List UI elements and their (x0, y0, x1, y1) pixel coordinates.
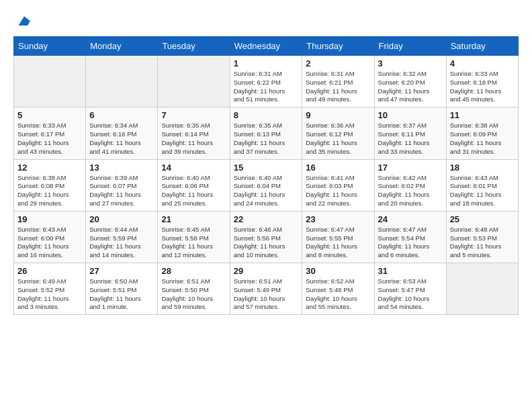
day-number: 19 (17, 214, 82, 224)
day-info: Sunrise: 6:35 AM Sunset: 6:13 PM Dayligh… (234, 122, 299, 156)
day-number: 8 (234, 110, 299, 120)
day-info: Sunrise: 6:36 AM Sunset: 6:12 PM Dayligh… (306, 122, 370, 156)
day-cell: 5Sunrise: 6:33 AM Sunset: 6:17 PM Daylig… (14, 107, 86, 159)
day-cell (446, 263, 518, 315)
day-cell: 7Sunrise: 6:35 AM Sunset: 6:14 PM Daylig… (158, 107, 230, 159)
day-cell: 19Sunrise: 6:43 AM Sunset: 6:00 PM Dayli… (14, 211, 86, 263)
day-info: Sunrise: 6:31 AM Sunset: 6:22 PM Dayligh… (234, 70, 299, 104)
day-cell: 3Sunrise: 6:32 AM Sunset: 6:20 PM Daylig… (374, 56, 446, 107)
day-info: Sunrise: 6:33 AM Sunset: 6:17 PM Dayligh… (17, 122, 82, 156)
day-cell: 2Sunrise: 6:31 AM Sunset: 6:21 PM Daylig… (302, 56, 374, 107)
day-info: Sunrise: 6:35 AM Sunset: 6:14 PM Dayligh… (161, 122, 226, 156)
day-number: 31 (378, 266, 443, 276)
day-number: 1 (234, 58, 299, 68)
day-cell: 11Sunrise: 6:38 AM Sunset: 6:09 PM Dayli… (446, 107, 518, 159)
day-cell: 28Sunrise: 6:51 AM Sunset: 5:50 PM Dayli… (158, 263, 230, 315)
day-number: 21 (161, 214, 226, 224)
day-info: Sunrise: 6:51 AM Sunset: 5:50 PM Dayligh… (161, 277, 226, 312)
calendar-table: SundayMondayTuesdayWednesdayThursdayFrid… (13, 36, 519, 315)
day-number: 11 (450, 110, 515, 120)
day-info: Sunrise: 6:51 AM Sunset: 5:49 PM Dayligh… (234, 277, 299, 312)
day-info: Sunrise: 6:48 AM Sunset: 5:53 PM Dayligh… (450, 226, 515, 260)
page: SundayMondayTuesdayWednesdayThursdayFrid… (0, 0, 532, 322)
day-info: Sunrise: 6:42 AM Sunset: 6:02 PM Dayligh… (378, 174, 443, 208)
day-number: 24 (378, 214, 443, 224)
day-cell: 22Sunrise: 6:46 AM Sunset: 5:56 PM Dayli… (230, 211, 302, 263)
day-number: 18 (450, 163, 515, 173)
day-number: 13 (89, 163, 154, 173)
day-number: 9 (306, 110, 370, 120)
day-cell: 30Sunrise: 6:52 AM Sunset: 5:48 PM Dayli… (302, 263, 374, 315)
day-number: 5 (17, 110, 82, 120)
day-cell: 18Sunrise: 6:43 AM Sunset: 6:01 PM Dayli… (446, 159, 518, 211)
header (13, 13, 519, 28)
day-number: 25 (450, 214, 515, 224)
weekday-header-wednesday: Wednesday (230, 37, 302, 56)
day-number: 20 (89, 214, 154, 224)
day-info: Sunrise: 6:38 AM Sunset: 6:08 PM Dayligh… (17, 174, 82, 208)
day-cell (86, 56, 158, 107)
day-info: Sunrise: 6:33 AM Sunset: 6:18 PM Dayligh… (450, 70, 515, 104)
day-number: 15 (234, 163, 299, 173)
weekday-header-saturday: Saturday (446, 37, 518, 56)
day-cell: 26Sunrise: 6:49 AM Sunset: 5:52 PM Dayli… (14, 263, 86, 315)
day-number: 30 (306, 266, 370, 276)
day-number: 6 (89, 110, 154, 120)
week-row-5: 26Sunrise: 6:49 AM Sunset: 5:52 PM Dayli… (14, 263, 519, 315)
logo (13, 13, 32, 28)
day-info: Sunrise: 6:44 AM Sunset: 5:59 PM Dayligh… (89, 226, 154, 260)
day-cell: 20Sunrise: 6:44 AM Sunset: 5:59 PM Dayli… (86, 211, 158, 263)
day-info: Sunrise: 6:40 AM Sunset: 6:06 PM Dayligh… (161, 174, 226, 208)
day-info: Sunrise: 6:43 AM Sunset: 6:00 PM Dayligh… (17, 226, 82, 260)
weekday-header-thursday: Thursday (302, 37, 374, 56)
day-cell: 4Sunrise: 6:33 AM Sunset: 6:18 PM Daylig… (446, 56, 518, 107)
day-info: Sunrise: 6:41 AM Sunset: 6:03 PM Dayligh… (306, 174, 370, 208)
day-info: Sunrise: 6:40 AM Sunset: 6:04 PM Dayligh… (234, 174, 299, 208)
day-cell: 9Sunrise: 6:36 AM Sunset: 6:12 PM Daylig… (302, 107, 374, 159)
day-number: 17 (378, 163, 443, 173)
week-row-3: 12Sunrise: 6:38 AM Sunset: 6:08 PM Dayli… (14, 159, 519, 211)
day-cell: 1Sunrise: 6:31 AM Sunset: 6:22 PM Daylig… (230, 56, 302, 107)
day-number: 26 (17, 266, 82, 276)
day-number: 7 (161, 110, 226, 120)
day-info: Sunrise: 6:53 AM Sunset: 5:47 PM Dayligh… (378, 277, 443, 312)
day-info: Sunrise: 6:46 AM Sunset: 5:56 PM Dayligh… (234, 226, 299, 260)
day-info: Sunrise: 6:37 AM Sunset: 6:11 PM Dayligh… (378, 122, 443, 156)
day-cell (158, 56, 230, 107)
weekday-header-friday: Friday (374, 37, 446, 56)
day-number: 4 (450, 58, 515, 68)
logo-icon (16, 13, 32, 30)
day-number: 22 (234, 214, 299, 224)
day-info: Sunrise: 6:32 AM Sunset: 6:20 PM Dayligh… (378, 70, 443, 104)
day-cell: 25Sunrise: 6:48 AM Sunset: 5:53 PM Dayli… (446, 211, 518, 263)
day-cell (14, 56, 86, 107)
weekday-header-tuesday: Tuesday (158, 37, 230, 56)
day-cell: 23Sunrise: 6:47 AM Sunset: 5:55 PM Dayli… (302, 211, 374, 263)
weekday-header-row: SundayMondayTuesdayWednesdayThursdayFrid… (14, 37, 519, 56)
day-info: Sunrise: 6:47 AM Sunset: 5:55 PM Dayligh… (306, 226, 370, 260)
day-number: 29 (234, 266, 299, 276)
day-cell: 17Sunrise: 6:42 AM Sunset: 6:02 PM Dayli… (374, 159, 446, 211)
day-info: Sunrise: 6:45 AM Sunset: 5:58 PM Dayligh… (161, 226, 226, 260)
week-row-2: 5Sunrise: 6:33 AM Sunset: 6:17 PM Daylig… (14, 107, 519, 159)
day-info: Sunrise: 6:52 AM Sunset: 5:48 PM Dayligh… (306, 277, 370, 312)
day-cell: 15Sunrise: 6:40 AM Sunset: 6:04 PM Dayli… (230, 159, 302, 211)
day-cell: 24Sunrise: 6:47 AM Sunset: 5:54 PM Dayli… (374, 211, 446, 263)
day-cell: 12Sunrise: 6:38 AM Sunset: 6:08 PM Dayli… (14, 159, 86, 211)
day-info: Sunrise: 6:39 AM Sunset: 6:07 PM Dayligh… (89, 174, 154, 208)
day-info: Sunrise: 6:49 AM Sunset: 5:52 PM Dayligh… (17, 277, 82, 312)
day-cell: 31Sunrise: 6:53 AM Sunset: 5:47 PM Dayli… (374, 263, 446, 315)
day-info: Sunrise: 6:50 AM Sunset: 5:51 PM Dayligh… (89, 277, 154, 312)
day-cell: 21Sunrise: 6:45 AM Sunset: 5:58 PM Dayli… (158, 211, 230, 263)
day-number: 14 (161, 163, 226, 173)
day-number: 2 (306, 58, 370, 68)
svg-marker-0 (18, 16, 30, 26)
weekday-header-sunday: Sunday (14, 37, 86, 56)
day-cell: 14Sunrise: 6:40 AM Sunset: 6:06 PM Dayli… (158, 159, 230, 211)
day-number: 23 (306, 214, 370, 224)
week-row-4: 19Sunrise: 6:43 AM Sunset: 6:00 PM Dayli… (14, 211, 519, 263)
day-cell: 13Sunrise: 6:39 AM Sunset: 6:07 PM Dayli… (86, 159, 158, 211)
day-number: 16 (306, 163, 370, 173)
day-cell: 16Sunrise: 6:41 AM Sunset: 6:03 PM Dayli… (302, 159, 374, 211)
day-cell: 29Sunrise: 6:51 AM Sunset: 5:49 PM Dayli… (230, 263, 302, 315)
